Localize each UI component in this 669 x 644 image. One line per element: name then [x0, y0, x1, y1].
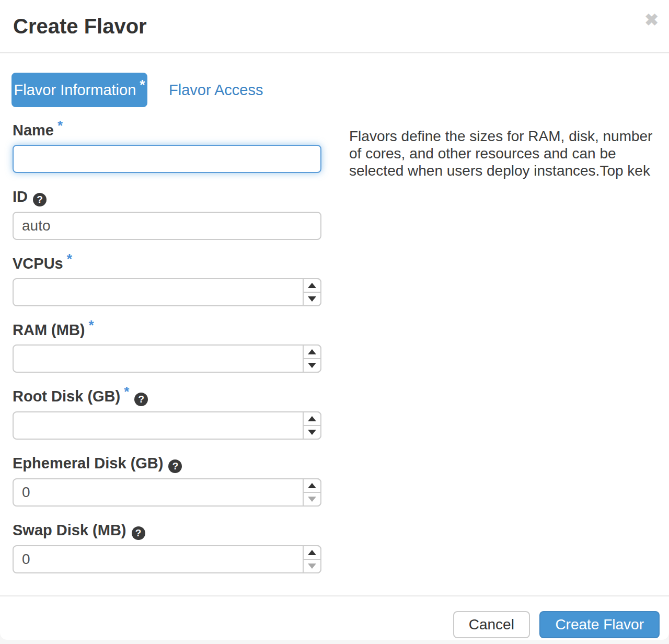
- arrow-up-icon: [308, 483, 316, 488]
- flavor-description: Flavors define the sizes for RAM, disk, …: [349, 128, 654, 179]
- close-icon[interactable]: ✖: [644, 12, 659, 28]
- tab-flavor-information[interactable]: Flavor Information*: [11, 73, 147, 107]
- spinner-up-button[interactable]: [303, 545, 321, 559]
- arrow-down-icon: [308, 497, 316, 502]
- help-icon[interactable]: ?: [33, 193, 47, 206]
- ram-label: RAM (MB)*: [13, 321, 321, 339]
- arrow-up-icon: [308, 416, 316, 421]
- spinner-down-button[interactable]: [303, 426, 321, 440]
- spinner-down-button[interactable]: [303, 559, 321, 573]
- field-id: ID?: [13, 188, 321, 240]
- field-ephemeral-disk: Ephemeral Disk (GB)?: [13, 454, 321, 507]
- ephemeral-disk-label: Ephemeral Disk (GB)?: [13, 454, 321, 473]
- vcpus-spinner: [303, 278, 321, 306]
- spinner-down-button[interactable]: [303, 292, 321, 306]
- required-asterisk: *: [57, 118, 63, 133]
- ram-input[interactable]: [13, 344, 321, 373]
- id-label: ID?: [13, 188, 321, 206]
- root-disk-input[interactable]: [13, 411, 321, 440]
- arrow-up-icon: [308, 283, 316, 288]
- arrow-down-icon: [308, 430, 316, 435]
- field-root-disk: Root Disk (GB)*?: [13, 387, 321, 440]
- required-asterisk: *: [124, 384, 129, 399]
- required-asterisk: *: [89, 317, 94, 333]
- modal-body: Name* ID? VCPUs*: [0, 121, 669, 588]
- ram-spinner: [303, 344, 321, 373]
- name-label: Name*: [13, 121, 321, 140]
- required-asterisk: *: [67, 251, 72, 267]
- help-icon[interactable]: ?: [134, 393, 148, 406]
- spinner-up-button[interactable]: [303, 278, 321, 292]
- create-flavor-modal: Create Flavor ✖ Flavor Information* Flav…: [0, 0, 669, 640]
- spinner-up-button[interactable]: [303, 344, 321, 359]
- field-swap-disk: Swap Disk (MB)?: [13, 521, 321, 573]
- cancel-button[interactable]: Cancel: [453, 611, 530, 638]
- name-input[interactable]: [13, 145, 321, 173]
- id-input[interactable]: [13, 212, 321, 240]
- arrow-down-icon: [308, 363, 316, 368]
- swap-disk-label: Swap Disk (MB)?: [13, 521, 321, 540]
- help-panel: Flavors define the sizes for RAM, disk, …: [349, 121, 654, 588]
- flavor-form: Name* ID? VCPUs*: [13, 121, 321, 588]
- swap-disk-input[interactable]: [13, 545, 321, 573]
- vcpus-label: VCPUs*: [13, 255, 321, 273]
- help-icon[interactable]: ?: [132, 526, 145, 540]
- vcpus-input[interactable]: [13, 278, 321, 306]
- create-flavor-button[interactable]: Create Flavor: [539, 611, 660, 638]
- field-ram: RAM (MB)*: [13, 321, 321, 373]
- spinner-down-button[interactable]: [303, 492, 321, 507]
- tab-bar: Flavor Information* Flavor Access: [11, 73, 669, 107]
- modal-title: Create Flavor: [13, 15, 656, 38]
- modal-header: Create Flavor ✖: [0, 0, 669, 53]
- root-disk-label: Root Disk (GB)*?: [13, 387, 321, 406]
- spinner-up-button[interactable]: [303, 478, 321, 492]
- help-icon[interactable]: ?: [168, 459, 182, 473]
- root-disk-spinner: [303, 411, 321, 440]
- tab-label: Flavor Access: [169, 82, 263, 98]
- ephemeral-disk-spinner: [303, 478, 321, 507]
- spinner-down-button[interactable]: [303, 359, 321, 373]
- swap-disk-spinner: [303, 545, 321, 573]
- tab-label: Flavor Information: [14, 82, 136, 99]
- arrow-up-icon: [308, 550, 316, 555]
- field-name: Name*: [13, 121, 321, 173]
- ephemeral-disk-input[interactable]: [13, 478, 321, 507]
- arrow-up-icon: [308, 349, 316, 354]
- spinner-up-button[interactable]: [303, 411, 321, 426]
- field-vcpus: VCPUs*: [13, 255, 321, 306]
- arrow-down-icon: [308, 564, 316, 569]
- arrow-down-icon: [308, 296, 316, 302]
- modal-footer: Cancel Create Flavor: [0, 595, 669, 640]
- tab-flavor-access[interactable]: Flavor Access: [164, 82, 269, 99]
- required-asterisk: *: [140, 77, 145, 93]
